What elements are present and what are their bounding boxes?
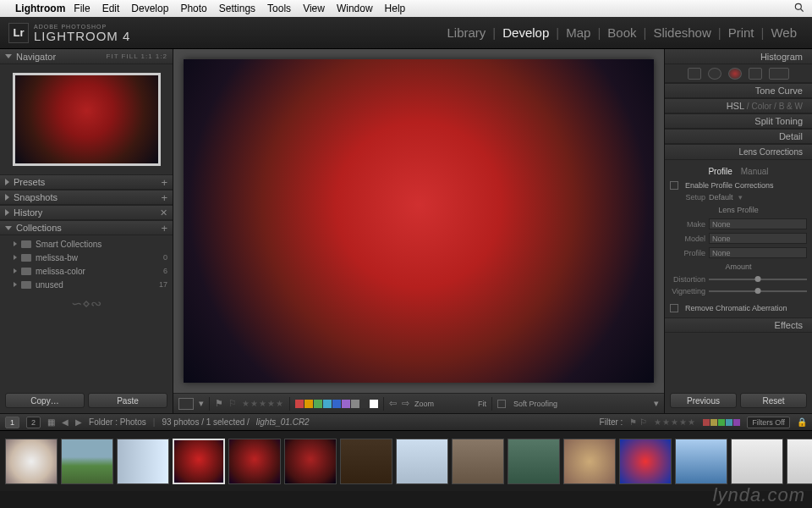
navigator-thumbnail[interactable] xyxy=(13,73,161,166)
filmstrip-thumb[interactable] xyxy=(117,439,169,484)
menu-develop[interactable]: Develop xyxy=(131,3,168,14)
effects-header[interactable]: Effects xyxy=(665,318,812,333)
color-swatch[interactable] xyxy=(342,400,350,408)
grad-filter-icon[interactable] xyxy=(749,68,762,80)
menu-settings[interactable]: Settings xyxy=(219,3,255,14)
filters-off-button[interactable]: Filters Off xyxy=(747,417,790,428)
history-header[interactable]: History ✕ xyxy=(0,205,173,220)
navigator-header[interactable]: Navigator FIT FILL 1:1 1:2 xyxy=(0,49,173,64)
filmstrip-thumb[interactable] xyxy=(619,439,672,484)
color-label-swatches[interactable] xyxy=(295,400,378,408)
reset-button[interactable]: Reset xyxy=(740,393,807,408)
lens-tab-manual[interactable]: Manual xyxy=(741,167,769,176)
color-swatch[interactable] xyxy=(351,400,359,408)
split-toning-header[interactable]: Split Toning xyxy=(665,113,812,129)
previous-button[interactable]: Previous xyxy=(670,393,737,408)
filmstrip-thumb[interactable] xyxy=(228,439,281,484)
vignetting-slider[interactable] xyxy=(709,290,807,292)
color-swatch[interactable] xyxy=(370,400,378,408)
back-icon[interactable]: ◀ xyxy=(62,417,69,427)
filmstrip-thumb[interactable] xyxy=(173,439,225,484)
forward-icon[interactable]: ▶ xyxy=(75,417,82,427)
hsl-header[interactable]: HSL / Color / B & W xyxy=(665,98,812,113)
filmstrip[interactable] xyxy=(0,430,812,491)
lens-corrections-header[interactable]: Lens Corrections xyxy=(665,145,812,160)
navigator-zoom-opts[interactable]: FIT FILL 1:1 1:2 xyxy=(107,52,167,60)
filter-lock-icon[interactable]: 🔒 xyxy=(797,417,807,427)
menu-view[interactable]: View xyxy=(303,3,325,14)
menu-window[interactable]: Window xyxy=(337,3,373,14)
filter-stars[interactable]: ★★★★★ xyxy=(654,417,696,427)
tone-curve-header[interactable]: Tone Curve xyxy=(665,83,812,98)
collection-item[interactable]: unused17 xyxy=(0,278,173,291)
copy-button[interactable]: Copy… xyxy=(5,393,85,408)
plus-icon[interactable]: + xyxy=(161,222,167,235)
lens-tab-profile[interactable]: Profile xyxy=(708,167,732,176)
collection-item[interactable]: Smart Collections xyxy=(0,237,173,251)
filter-flag-icon[interactable]: ⚑ ⚐ xyxy=(629,417,647,427)
fit-label[interactable]: Fit xyxy=(478,400,486,408)
menu-tools[interactable]: Tools xyxy=(267,3,291,14)
menu-help[interactable]: Help xyxy=(385,3,406,14)
color-swatch[interactable] xyxy=(314,400,322,408)
flag-reject-icon[interactable]: ⚐ xyxy=(228,398,237,409)
view-mode-button[interactable]: ▾ xyxy=(199,398,204,409)
screen-2-badge[interactable]: 2 xyxy=(26,417,41,428)
presets-header[interactable]: Presets + xyxy=(0,174,173,190)
menu-file[interactable]: File xyxy=(74,3,90,14)
color-swatch[interactable] xyxy=(360,400,369,408)
module-slideshow[interactable]: Slideshow xyxy=(646,25,717,40)
soft-proof-checkbox[interactable] xyxy=(497,400,506,408)
module-web[interactable]: Web xyxy=(764,25,804,40)
color-swatch[interactable] xyxy=(323,400,332,408)
filmstrip-thumb[interactable] xyxy=(396,439,448,484)
image-canvas[interactable] xyxy=(184,59,654,383)
menubar-app[interactable]: Lightroom xyxy=(15,3,65,14)
filmstrip-thumb[interactable] xyxy=(340,439,392,484)
model-select[interactable]: None xyxy=(709,233,807,244)
filmstrip-thumb[interactable] xyxy=(675,439,727,484)
filmstrip-thumb[interactable] xyxy=(5,439,58,484)
histogram-header[interactable]: Histogram xyxy=(665,49,812,64)
spotlight-icon[interactable] xyxy=(793,2,805,16)
filmstrip-thumb[interactable] xyxy=(731,439,783,484)
setup-value[interactable]: Default xyxy=(709,193,733,202)
filmstrip-thumb[interactable] xyxy=(452,439,504,484)
filmstrip-thumb[interactable] xyxy=(508,439,560,484)
close-icon[interactable]: ✕ xyxy=(160,207,167,218)
redeye-tool-icon[interactable] xyxy=(728,68,742,80)
spot-tool-icon[interactable] xyxy=(708,68,721,80)
filmstrip-thumb[interactable] xyxy=(284,439,337,484)
distortion-slider[interactable] xyxy=(709,279,807,280)
plus-icon[interactable]: + xyxy=(161,176,167,189)
brush-tool-icon[interactable] xyxy=(769,68,789,80)
collections-header[interactable]: Collections + xyxy=(0,220,173,235)
filmstrip-thumb[interactable] xyxy=(61,439,113,484)
folder-label[interactable]: Folder : Photos xyxy=(89,417,146,427)
profile-select[interactable]: None xyxy=(709,247,807,258)
filmstrip-thumb[interactable] xyxy=(787,439,812,484)
filmstrip-thumb[interactable] xyxy=(563,439,616,484)
snapshots-header[interactable]: Snapshots + xyxy=(0,190,173,205)
chromatic-checkbox[interactable] xyxy=(670,304,678,312)
loupe-view-button[interactable] xyxy=(178,398,194,410)
color-swatch[interactable] xyxy=(295,400,304,408)
module-print[interactable]: Print xyxy=(721,25,761,40)
flag-pick-icon[interactable]: ⚑ xyxy=(215,398,223,409)
paste-button[interactable]: Paste xyxy=(88,393,167,408)
screen-1-badge[interactable]: 1 xyxy=(5,417,19,428)
collection-item[interactable]: melissa-color6 xyxy=(0,264,173,278)
module-book[interactable]: Book xyxy=(601,25,643,40)
make-select[interactable]: None xyxy=(709,218,807,229)
module-map[interactable]: Map xyxy=(559,25,597,40)
rating-stars[interactable]: ★★★★★ xyxy=(242,399,284,408)
enable-profile-checkbox[interactable] xyxy=(670,181,678,190)
menu-photo[interactable]: Photo xyxy=(180,3,206,14)
module-develop[interactable]: Develop xyxy=(496,25,556,40)
color-swatch[interactable] xyxy=(304,400,313,408)
crop-tool-icon[interactable] xyxy=(688,68,701,80)
prev-photo-button[interactable]: ⇦ xyxy=(389,398,397,409)
filter-colors[interactable] xyxy=(703,419,740,426)
module-library[interactable]: Library xyxy=(440,25,492,40)
grid-icon[interactable]: ▦ xyxy=(47,417,55,427)
